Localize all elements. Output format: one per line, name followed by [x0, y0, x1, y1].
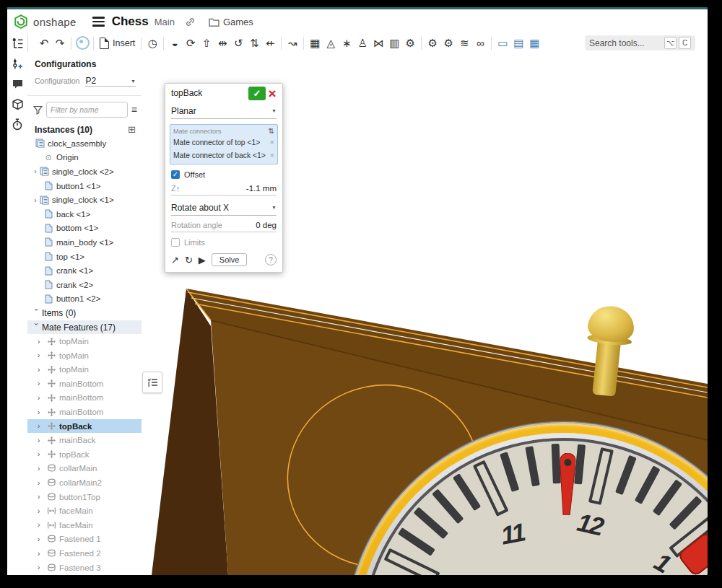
mate-feature-row[interactable]: ›mainBottom: [27, 377, 142, 391]
instance-row[interactable]: button1 <2>: [27, 292, 142, 307]
chevron-right-icon[interactable]: ›: [38, 436, 45, 444]
mate-feature-row[interactable]: ›button1Top: [27, 490, 142, 504]
redo-icon[interactable]: ↷: [53, 36, 67, 51]
add-instance-icon[interactable]: ⊞: [128, 124, 136, 135]
rotation-angle-row[interactable]: Rotation angle 0 deg: [171, 221, 277, 232]
comments-panel-icon[interactable]: [9, 76, 25, 91]
update-icon[interactable]: [75, 36, 90, 51]
chevron-right-icon[interactable]: ›: [38, 338, 45, 346]
play-icon[interactable]: ▶: [199, 255, 206, 266]
parts-panel-icon[interactable]: [9, 97, 25, 111]
undo-icon[interactable]: ↶: [37, 36, 51, 51]
flip-order-icon[interactable]: ⇅: [269, 127, 274, 135]
chevron-right-icon[interactable]: ›: [32, 196, 39, 204]
offset-checkbox[interactable]: ✓: [171, 170, 180, 179]
mate-feature-row[interactable]: ›faceMain: [27, 504, 142, 518]
mate-feature-row[interactable]: ›Fastened 1: [27, 532, 142, 547]
folder-name[interactable]: Games: [223, 17, 253, 27]
chevron-right-icon[interactable]: ›: [38, 535, 45, 543]
configuration-select[interactable]: P2 ▼: [85, 76, 136, 87]
cylindrical-mate-icon[interactable]: ⇅: [247, 36, 261, 51]
instance-row[interactable]: ›single_clock <2>: [27, 164, 142, 179]
mate-feature-row[interactable]: ›collarMain2: [27, 475, 142, 490]
slider-mate-icon[interactable]: ⇧: [199, 36, 214, 51]
mate-feature-row[interactable]: ›faceMain: [27, 518, 142, 532]
configurations-panel-icon[interactable]: [9, 56, 25, 71]
instance-row[interactable]: button1 <1>: [27, 179, 142, 193]
chevron-right-icon[interactable]: ›: [38, 521, 45, 529]
z-offset-row[interactable]: Z ↑ -1.1 mm: [171, 184, 277, 196]
instance-row[interactable]: ⊙Origin: [27, 151, 142, 165]
tangent-mate-icon[interactable]: ↝: [285, 36, 300, 51]
document-title[interactable]: Chess: [112, 14, 149, 29]
fastened-mate-icon[interactable]: ◒: [168, 36, 182, 51]
instance-row[interactable]: clock_assembly: [27, 136, 142, 151]
mate-type-select[interactable]: Planar ▼: [171, 103, 277, 119]
limits-checkbox[interactable]: [171, 238, 180, 247]
filter-icon[interactable]: [33, 105, 43, 115]
mate-feature-row[interactable]: ›topBack: [27, 447, 142, 462]
pin-slot-mate-icon[interactable]: ⇷: [263, 36, 277, 51]
instance-row[interactable]: back <1>: [27, 207, 142, 221]
offset-checkbox-row[interactable]: ✓ Offset: [171, 170, 277, 179]
screw-relation-icon[interactable]: ≋: [457, 36, 471, 51]
insert-button[interactable]: Insert: [100, 38, 135, 49]
z-offset-value[interactable]: -1.1 mm: [180, 184, 277, 193]
belt-relation-icon[interactable]: ∞: [473, 36, 487, 51]
notes-icon[interactable]: ▤: [511, 36, 526, 51]
chevron-right-icon[interactable]: ›: [38, 550, 45, 558]
list-view-icon[interactable]: ≡: [131, 104, 137, 115]
mate-icon[interactable]: ◷: [145, 36, 160, 51]
animate-icon[interactable]: ↻: [185, 255, 193, 266]
planar-mate-icon[interactable]: ⇹: [215, 36, 230, 51]
mate-feature-row[interactable]: ›topMain: [27, 363, 142, 377]
clock-dial[interactable]: 11121: [347, 424, 708, 575]
mate-feature-row[interactable]: ›topMain: [27, 334, 142, 348]
versions-panel-icon[interactable]: [9, 117, 25, 131]
items-section-header[interactable]: › Items (0): [27, 306, 142, 320]
display-states-icon[interactable]: ▥: [387, 36, 401, 51]
chevron-right-icon[interactable]: ›: [38, 479, 45, 487]
erase-icon[interactable]: ▭: [495, 36, 510, 51]
remate-icon[interactable]: ↗: [171, 255, 179, 266]
instance-row[interactable]: bottom <1>: [27, 221, 142, 236]
instance-row[interactable]: top <1>: [27, 250, 142, 264]
assembly-panel-icon[interactable]: [9, 36, 25, 51]
mate-feature-row[interactable]: ›Fastened 3: [27, 561, 142, 575]
mate-feature-row[interactable]: ›Fastened 2: [27, 546, 142, 561]
mate-feature-row[interactable]: ›topMain: [27, 348, 142, 363]
mate-connector-item[interactable]: Mate connector of back <1> ×: [173, 149, 274, 162]
remove-icon[interactable]: ×: [270, 138, 274, 146]
instance-row[interactable]: crank <1>: [27, 263, 142, 278]
named-positions-icon[interactable]: ♙: [355, 36, 370, 51]
mate-connector-item[interactable]: Mate connector of top <1> ×: [173, 136, 274, 149]
mate-features-section-header[interactable]: › Mate Features (17): [27, 320, 142, 335]
mate-feature-row[interactable]: ›mainBack: [27, 433, 142, 447]
filter-input[interactable]: Filter by name: [46, 102, 128, 118]
document-menu-icon[interactable]: [92, 17, 105, 26]
chevron-right-icon[interactable]: ›: [32, 167, 39, 175]
chevron-right-icon[interactable]: ›: [38, 422, 45, 430]
chevron-right-icon[interactable]: ›: [38, 563, 45, 571]
onshape-logo[interactable]: [13, 14, 29, 30]
bom-icon[interactable]: ▦: [527, 36, 542, 51]
rack-pinion-relation-icon[interactable]: ⚙: [441, 36, 456, 51]
gear-relation-icon[interactable]: ⚙: [425, 36, 440, 51]
chevron-right-icon[interactable]: ›: [38, 366, 45, 374]
in-context-icon[interactable]: ⋈: [371, 36, 386, 51]
help-icon[interactable]: ?: [265, 254, 277, 266]
chevron-right-icon[interactable]: ›: [38, 465, 45, 473]
chevron-right-icon[interactable]: ›: [38, 493, 45, 501]
chevron-right-icon[interactable]: ›: [38, 379, 45, 387]
mate-connector-icon[interactable]: ◬: [323, 36, 338, 51]
workspace-branch[interactable]: Main: [155, 17, 175, 27]
limits-checkbox-row[interactable]: Limits: [171, 238, 277, 247]
chevron-right-icon[interactable]: ›: [38, 450, 45, 458]
rotation-angle-value[interactable]: 0 deg: [222, 221, 277, 229]
features-panel-toggle[interactable]: [142, 372, 162, 393]
instance-row[interactable]: ›single_clock <1>: [27, 193, 142, 207]
instance-row[interactable]: main_body <1>: [27, 235, 142, 250]
mate-feature-row[interactable]: ›collarMain: [27, 462, 142, 476]
rotation-axis-select[interactable]: Rotate about X ▼: [171, 200, 277, 216]
group-icon[interactable]: ▦: [308, 36, 322, 51]
